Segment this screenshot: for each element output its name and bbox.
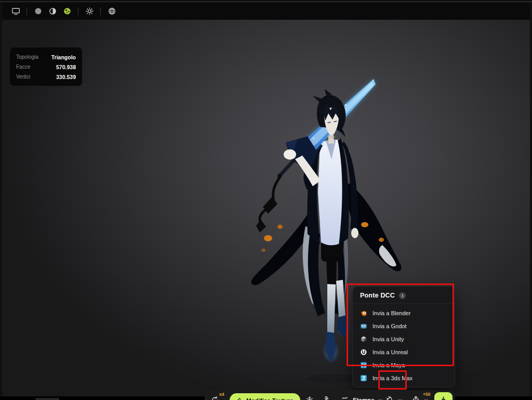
- stat-label: Facce: [16, 64, 30, 70]
- shading-solid-icon[interactable]: [31, 4, 45, 18]
- dcc-item-3dsmax[interactable]: Invia a 3ds Max: [353, 371, 455, 384]
- stat-value: 570.938: [56, 64, 76, 70]
- stat-row-faces: Facce 570.938: [16, 62, 76, 72]
- taskbar-app-hint: [35, 398, 59, 400]
- 3d-viewport[interactable]: Topologia Triangolo Facce 570.938 Vertic…: [2, 20, 530, 396]
- dcc-item-blender[interactable]: Invia a Blender: [353, 306, 455, 319]
- display-icon[interactable]: [8, 4, 23, 18]
- download-button[interactable]: [434, 392, 453, 400]
- mesh-stats-panel: Topologia Triangolo Facce 570.938 Vertic…: [9, 47, 83, 86]
- plug-icon: [385, 395, 394, 400]
- chevron-down-icon: [378, 397, 383, 400]
- dcc-item-label: Invia a Blender: [373, 310, 410, 316]
- rig-icon[interactable]: [319, 393, 334, 400]
- shading-textured-icon[interactable]: [60, 4, 74, 18]
- dcc-item-list: Invia a Blender Invia a Godot: [353, 304, 455, 386]
- retexture-icon[interactable]: [285, 393, 300, 400]
- toolbar-separator: [26, 7, 27, 15]
- print-3d-icon: [341, 395, 350, 400]
- app-window: Topologia Triangolo Facce 570.938 Vertic…: [0, 0, 532, 400]
- dcc-item-label: Invia a Maya: [373, 362, 405, 368]
- stat-value: 330.539: [56, 74, 76, 80]
- regenerate-count-badge: x4: [219, 392, 224, 397]
- unity-icon: [360, 336, 367, 343]
- stat-row-topology: Topologia Triangolo: [16, 52, 76, 62]
- maya-icon: [360, 362, 367, 369]
- dcc-item-godot[interactable]: Invia a Godot: [353, 319, 455, 332]
- lighting-icon[interactable]: [82, 4, 97, 18]
- dcc-panel-title: Ponte DCC: [360, 292, 395, 299]
- dcc-bridge-panel: Ponte DCC i Invia a Blender: [352, 286, 455, 388]
- blender-icon: [360, 309, 367, 317]
- dcc-item-label: Invia a Unity: [373, 336, 404, 342]
- 3dsmax-icon: [360, 375, 367, 382]
- share-icon: [411, 395, 420, 400]
- action-bar: x4 Modifica Texture: [205, 390, 455, 400]
- info-icon[interactable]: i: [399, 292, 406, 299]
- chevron-down-icon: [423, 397, 429, 400]
- share-button[interactable]: [411, 395, 429, 400]
- chevron-down-icon: [397, 397, 403, 400]
- wireframe-globe-icon[interactable]: [104, 4, 119, 18]
- unreal-icon: [360, 349, 367, 356]
- texture-edit-icon: [236, 397, 243, 400]
- dcc-item-label: Invia a 3ds Max: [373, 375, 413, 381]
- dcc-panel-header: Ponte DCC i: [353, 287, 455, 304]
- stat-label: Topologia: [16, 54, 38, 60]
- download-icon: [440, 396, 447, 400]
- dcc-item-unity[interactable]: Invia a Unity: [353, 332, 455, 345]
- remesh-snowflake-icon[interactable]: [302, 393, 317, 400]
- toolbar-separator: [78, 7, 78, 15]
- dcc-item-label: Invia a Godot: [373, 323, 406, 329]
- stat-value: Triangolo: [51, 54, 76, 60]
- toolbar-separator: [100, 7, 101, 15]
- dcc-item-label: Invia a Unreal: [373, 349, 408, 355]
- godot-icon: [360, 322, 367, 330]
- dcc-item-unreal[interactable]: Invia a Unreal: [353, 345, 455, 358]
- shading-matcap-icon[interactable]: [45, 4, 60, 18]
- print-button[interactable]: Stampa: [341, 395, 383, 400]
- print-label: Stampa: [353, 397, 375, 400]
- viewport-header-toolbar: [2, 2, 530, 20]
- stat-row-vertices: Vertici 330.539: [16, 72, 76, 82]
- stat-label: Vertici: [16, 74, 30, 80]
- dcc-item-maya[interactable]: Invia a Maya: [353, 358, 455, 371]
- dcc-bridge-button[interactable]: [385, 395, 403, 400]
